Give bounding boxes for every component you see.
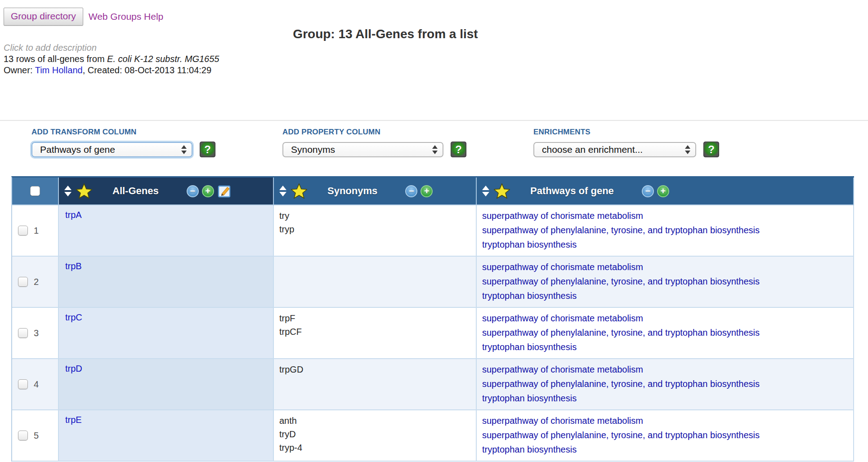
pathway-link[interactable]: superpathway of chorismate metabolism — [482, 416, 643, 426]
gene-cell: trpC — [59, 308, 274, 359]
add-description-prompt[interactable]: Click to add description — [4, 42, 219, 53]
synonyms-cell: anthtryDtryp-4 — [274, 410, 477, 462]
help-icon[interactable]: ? — [703, 142, 719, 157]
column-label: All-Genes — [112, 185, 159, 197]
gene-link[interactable]: trpA — [65, 210, 82, 220]
title-area: Group: 13 All-Genes from a list — [0, 27, 771, 41]
gene-link[interactable]: trpE — [65, 415, 82, 425]
group-description-block: Click to add description 13 rows of all-… — [4, 42, 219, 76]
star-icon[interactable] — [291, 183, 307, 199]
pathway-link[interactable]: tryptophan biosynthesis — [482, 342, 577, 352]
group-summary: 13 rows of all-genes from E. coli K-12 s… — [4, 53, 219, 65]
row-number: 3 — [34, 328, 39, 338]
pathway-link[interactable]: superpathway of chorismate metabolism — [482, 211, 643, 221]
owner-link[interactable]: Tim Holland — [35, 65, 83, 75]
remove-column-icon[interactable]: − — [642, 185, 654, 197]
table-header-row: All-Genes − + Synonyms — [12, 178, 854, 205]
table-row: 1 trpA trytryp superpathway of chorismat… — [12, 205, 854, 257]
row-select-cell: 5 — [12, 410, 59, 462]
pathway-link[interactable]: superpathway of chorismate metabolism — [482, 313, 643, 323]
pathway-link[interactable]: tryptophan biosynthesis — [482, 393, 577, 403]
sort-arrows-icon[interactable] — [279, 186, 286, 196]
row-select-cell: 1 — [12, 205, 59, 257]
remove-column-icon[interactable]: − — [405, 185, 417, 197]
select-stepper-icon — [685, 145, 690, 154]
row-checkbox[interactable] — [18, 277, 28, 287]
table-row: 5 trpE anthtryDtryp-4 superpathway of ch… — [12, 410, 854, 462]
star-icon[interactable] — [494, 183, 510, 199]
sort-arrows-icon[interactable] — [64, 186, 72, 196]
pathway-link[interactable]: superpathway of phenylalanine, tyrosine,… — [482, 225, 760, 235]
question-glyph: ? — [204, 143, 211, 156]
synonyms-cell — [274, 257, 477, 308]
add-transform-column-label: ADD TRANSFORM COLUMN — [31, 128, 215, 137]
pathway-link[interactable]: superpathway of phenylalanine, tyrosine,… — [482, 276, 760, 286]
pathways-cell: superpathway of chorismate metabolismsup… — [477, 205, 854, 257]
page-title: Group: 13 All-Genes from a list — [0, 27, 771, 41]
help-icon[interactable]: ? — [451, 142, 466, 157]
transform-column-select[interactable]: Pathways of gene — [31, 142, 192, 157]
pathway-link[interactable]: superpathway of phenylalanine, tyrosine,… — [482, 379, 760, 389]
row-number: 2 — [34, 277, 39, 287]
table-row: 4 trpD trpGD superpathway of chorismate … — [12, 359, 854, 410]
gene-cell: trpD — [59, 359, 274, 410]
row-checkbox[interactable] — [18, 379, 28, 389]
column-label: Synonyms — [327, 185, 377, 197]
add-column-icon[interactable]: + — [421, 185, 433, 197]
owner-line: Owner: Tim Holland, Created: 08-Oct-2013… — [4, 65, 219, 76]
table-row: 2 trpB superpathway of chorismate metabo… — [12, 257, 854, 308]
pathway-link[interactable]: tryptophan biosynthesis — [482, 240, 577, 249]
pathways-cell: superpathway of chorismate metabolismsup… — [477, 359, 854, 410]
pathway-link[interactable]: superpathway of phenylalanine, tyrosine,… — [482, 430, 760, 440]
synonyms-cell: trpFtrpCF — [274, 308, 477, 359]
enrichment-select[interactable]: choose an enrichment... — [533, 142, 696, 157]
synonym-text: try — [279, 209, 476, 222]
sort-arrows-icon[interactable] — [482, 186, 489, 196]
transform-select-value: Pathways of gene — [40, 144, 115, 155]
row-select-cell: 2 — [12, 257, 59, 308]
genes-table: All-Genes − + Synonyms — [11, 176, 854, 462]
select-all-checkbox[interactable] — [30, 186, 40, 196]
pathways-cell: superpathway of chorismate metabolismsup… — [477, 257, 854, 308]
row-checkbox[interactable] — [18, 226, 28, 235]
pathway-link[interactable]: tryptophan biosynthesis — [482, 444, 577, 454]
row-number: 5 — [34, 431, 39, 441]
add-column-icon[interactable]: + — [657, 185, 669, 197]
pathway-link[interactable]: superpathway of chorismate metabolism — [482, 364, 643, 374]
gene-link[interactable]: trpC — [65, 312, 82, 322]
row-checkbox[interactable] — [18, 431, 28, 440]
synonym-text: tryD — [279, 427, 476, 441]
pathway-link[interactable]: tryptophan biosynthesis — [482, 291, 577, 301]
property-column-select[interactable]: Synonyms — [282, 142, 443, 157]
row-checkbox[interactable] — [18, 328, 28, 338]
synonym-text: trpCF — [279, 325, 476, 338]
web-groups-help-link[interactable]: Web Groups Help — [89, 11, 164, 22]
add-property-column-label: ADD PROPERTY COLUMN — [282, 128, 466, 137]
row-select-cell: 4 — [12, 359, 59, 410]
remove-column-icon[interactable]: − — [187, 185, 199, 197]
synonym-text: tryp — [279, 222, 476, 236]
select-stepper-icon — [432, 145, 438, 154]
add-column-icon[interactable]: + — [202, 185, 214, 197]
group-directory-button[interactable]: Group directory — [4, 8, 83, 26]
edit-column-icon[interactable] — [218, 184, 232, 198]
row-number: 4 — [34, 379, 39, 390]
enrichments-control: ENRICHMENTS choose an enrichment... ? — [533, 128, 719, 157]
pathways-column-header: Pathways of gene − + — [477, 178, 854, 205]
synonyms-cell: trytryp — [274, 205, 477, 257]
synonym-text: trpGD — [279, 363, 476, 376]
star-icon[interactable] — [76, 183, 92, 199]
enrichment-select-value: choose an enrichment... — [542, 144, 643, 155]
pathway-link[interactable]: superpathway of phenylalanine, tyrosine,… — [482, 328, 760, 338]
synonym-text: anth — [279, 414, 476, 427]
synonyms-cell: trpGD — [274, 359, 477, 410]
row-number: 1 — [34, 226, 39, 236]
property-select-value: Synonyms — [291, 144, 335, 155]
pathway-link[interactable]: superpathway of chorismate metabolism — [482, 262, 643, 272]
select-all-header-cell — [12, 178, 59, 205]
gene-link[interactable]: trpD — [65, 364, 82, 373]
gene-cell: trpB — [59, 257, 274, 308]
gene-link[interactable]: trpB — [65, 261, 82, 271]
help-icon[interactable]: ? — [200, 142, 215, 157]
question-glyph: ? — [708, 143, 715, 156]
